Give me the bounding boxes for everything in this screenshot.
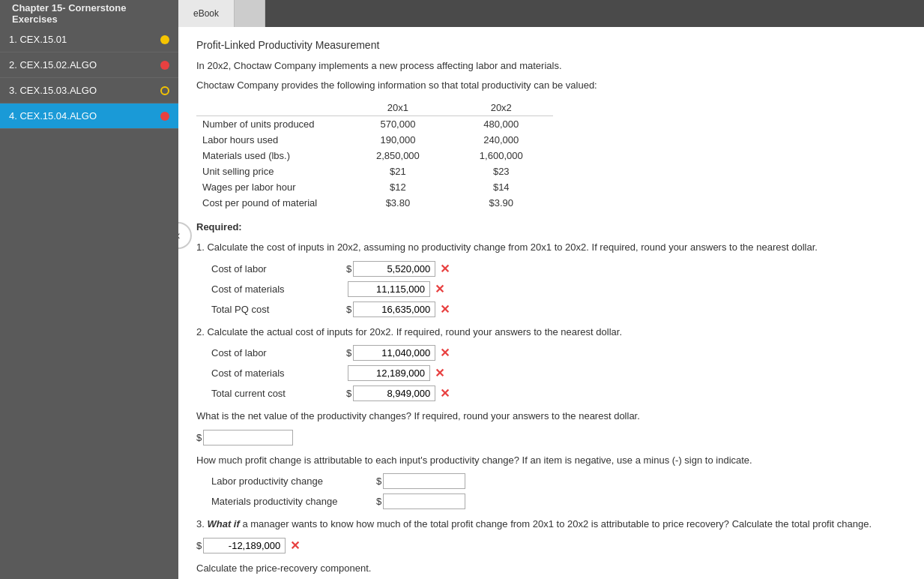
content-area: ‹ Profit-Linked Productivity Measurement… bbox=[178, 27, 924, 579]
q2-error-mark: ✕ bbox=[435, 366, 444, 380]
q1-row-label: Cost of materials bbox=[211, 284, 346, 295]
table-row: Materials used (lbs.) 2,850,000 1,600,00… bbox=[196, 148, 553, 164]
app-container: Chapter 15- Cornerstone Exercises eBook … bbox=[0, 0, 924, 579]
table-cell-val1: $12 bbox=[346, 179, 450, 195]
q2-row-label: Cost of materials bbox=[211, 368, 346, 379]
sidebar-item-label: 1. CEX.15.01 bbox=[9, 34, 67, 45]
q2-row-label: Cost of labor bbox=[211, 347, 346, 358]
q1-input-field[interactable] bbox=[348, 281, 430, 297]
table-cell-val2: 480,000 bbox=[450, 116, 553, 133]
sidebar-item-cex1503[interactable]: 3. CEX.15.03.ALGO bbox=[0, 78, 178, 104]
table-row: Unit selling price $21 $23 bbox=[196, 164, 553, 179]
table-cell-val2: $23 bbox=[450, 164, 553, 179]
table-cell-val1: 190,000 bbox=[346, 132, 450, 148]
q1-error-mark: ✕ bbox=[440, 302, 450, 316]
table-row: Cost per pound of material $3.80 $3.90 bbox=[196, 195, 553, 211]
table-cell-label: Wages per labor hour bbox=[196, 179, 346, 195]
status-dot-red bbox=[160, 61, 169, 70]
sidebar: 1. CEX.15.01 2. CEX.15.02.ALGO 3. CEX.15… bbox=[0, 27, 178, 579]
q2-input-field[interactable] bbox=[353, 345, 435, 361]
q1-input-row: Cost of materials ✕ bbox=[196, 281, 906, 297]
table-row: Wages per labor hour $12 $14 bbox=[196, 179, 553, 195]
prod-prefix: $ bbox=[376, 496, 381, 507]
net-value-text: What is the net value of the productivit… bbox=[196, 409, 906, 424]
table-cell-label: Materials used (lbs.) bbox=[196, 148, 346, 164]
net-value-input[interactable] bbox=[203, 430, 293, 446]
q2-error-mark: ✕ bbox=[440, 346, 450, 360]
q1-row-label: Cost of labor bbox=[211, 263, 346, 274]
table-cell-val2: 240,000 bbox=[450, 132, 553, 148]
table-cell-label: Cost per pound of material bbox=[196, 195, 346, 211]
net-value-row: $ bbox=[196, 430, 906, 446]
col-header-20x2: 20x2 bbox=[450, 100, 553, 116]
q1-input-row: Cost of labor $ ✕ bbox=[196, 261, 906, 277]
status-dot-yellow bbox=[160, 35, 169, 44]
table-cell-label: Unit selling price bbox=[196, 164, 346, 179]
prod-prefix: $ bbox=[376, 476, 381, 487]
q2-prefix: $ bbox=[346, 388, 351, 399]
table-cell-val2: 1,600,000 bbox=[450, 148, 553, 164]
table-cell-val1: 570,000 bbox=[346, 116, 450, 133]
q1-prefix: $ bbox=[346, 263, 351, 274]
q1-error-mark: ✕ bbox=[435, 282, 444, 296]
sidebar-item-label: 3. CEX.15.03.ALGO bbox=[9, 85, 97, 96]
q3-total-profit-row: $ ✕ bbox=[196, 538, 906, 554]
q3-total-profit-input[interactable] bbox=[203, 538, 286, 554]
back-button[interactable]: ‹ bbox=[178, 222, 192, 249]
q1-error-mark: ✕ bbox=[440, 262, 450, 276]
data-table: 20x1 20x2 Number of units produced 570,0… bbox=[196, 100, 553, 211]
q2-input-field[interactable] bbox=[348, 365, 430, 381]
sidebar-item-cex1504[interactable]: 4. CEX.15.04.ALGO bbox=[0, 104, 178, 129]
q2-input-field[interactable] bbox=[353, 386, 435, 401]
required-label: Required: bbox=[196, 221, 906, 232]
prod-row-label: Materials productivity change bbox=[211, 496, 376, 507]
q2-input-row: Cost of materials ✕ bbox=[196, 365, 906, 381]
net-prefix: $ bbox=[196, 432, 202, 443]
status-dot-circle bbox=[160, 86, 169, 95]
section-title: Profit-Linked Productivity Measurement bbox=[196, 39, 906, 51]
table-cell-val2: $14 bbox=[450, 179, 553, 195]
table-cell-val2: $3.90 bbox=[450, 195, 553, 211]
top-bar: Chapter 15- Cornerstone Exercises eBook bbox=[0, 0, 924, 27]
q2-input-row: Total current cost $ ✕ bbox=[196, 386, 906, 401]
table-cell-val1: $21 bbox=[346, 164, 450, 179]
tab-2[interactable] bbox=[235, 0, 265, 27]
question-3-text: 3. What if a manager wants to know how m… bbox=[196, 517, 906, 532]
q1-input-row: Total PQ cost $ ✕ bbox=[196, 302, 906, 317]
prod-input-row: Labor productivity change $ bbox=[196, 473, 906, 489]
q2-row-label: Total current cost bbox=[211, 388, 346, 399]
q3-prefix: $ bbox=[196, 540, 202, 551]
sidebar-item-cex1501[interactable]: 1. CEX.15.01 bbox=[0, 27, 178, 52]
table-cell-label: Labor hours used bbox=[196, 132, 346, 148]
status-dot-red-active bbox=[160, 112, 169, 121]
q2-error-mark: ✕ bbox=[440, 386, 450, 400]
profit-change-text: How much profit change is attributable t… bbox=[196, 453, 906, 468]
table-cell-val1: 2,850,000 bbox=[346, 148, 450, 164]
prod-input-field[interactable] bbox=[383, 473, 465, 489]
prod-input-row: Materials productivity change $ bbox=[196, 494, 906, 509]
col-header-20x1: 20x1 bbox=[346, 100, 450, 116]
intro-text-1: In 20x2, Choctaw Company implements a ne… bbox=[196, 58, 906, 74]
q1-input-field[interactable] bbox=[353, 302, 435, 317]
price-recovery-text: Calculate the price-recovery component. bbox=[196, 561, 906, 576]
sidebar-item-cex1502[interactable]: 2. CEX.15.02.ALGO bbox=[0, 52, 178, 78]
prod-row-label: Labor productivity change bbox=[211, 476, 376, 487]
q3-error-mark: ✕ bbox=[290, 538, 300, 553]
tab-ebook[interactable]: eBook bbox=[178, 0, 235, 27]
q2-input-row: Cost of labor $ ✕ bbox=[196, 345, 906, 361]
q2-prefix: $ bbox=[346, 347, 351, 358]
sidebar-item-label: 2. CEX.15.02.ALGO bbox=[9, 59, 97, 70]
app-title: Chapter 15- Cornerstone Exercises bbox=[0, 0, 178, 27]
q1-prefix: $ bbox=[346, 304, 351, 315]
q1-input-field[interactable] bbox=[353, 261, 435, 277]
q1-row-label: Total PQ cost bbox=[211, 304, 346, 315]
table-row: Labor hours used 190,000 240,000 bbox=[196, 132, 553, 148]
intro-text-2: Choctaw Company provides the following i… bbox=[196, 78, 906, 93]
question-1-text: 1. Calculate the cost of inputs in 20x2,… bbox=[196, 240, 906, 255]
table-row: Number of units produced 570,000 480,000 bbox=[196, 116, 553, 133]
table-cell-label: Number of units produced bbox=[196, 116, 346, 133]
prod-input-field[interactable] bbox=[383, 494, 465, 509]
sidebar-item-label: 4. CEX.15.04.ALGO bbox=[9, 110, 97, 122]
table-cell-val1: $3.80 bbox=[346, 195, 450, 211]
question-2-text: 2. Calculate the actual cost of inputs f… bbox=[196, 325, 906, 340]
